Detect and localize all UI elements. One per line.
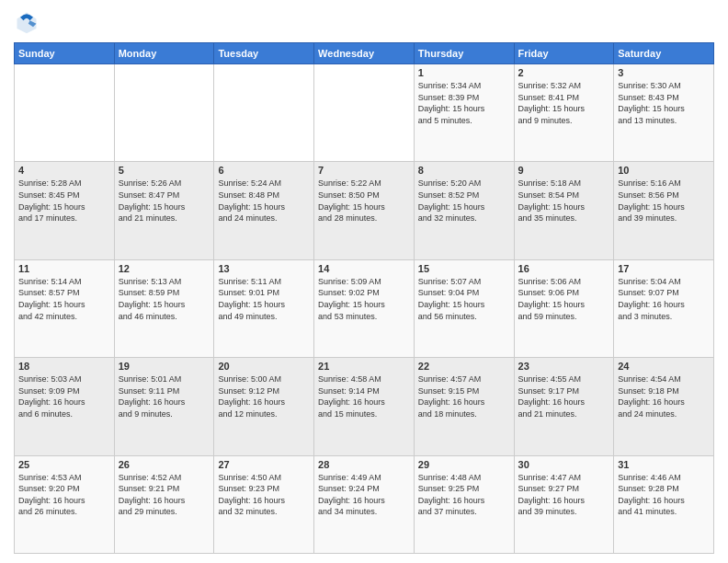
day-number: 10: [618, 165, 710, 176]
day-info: Sunrise: 5:28 AM Sunset: 8:45 PM Dayligh…: [18, 178, 110, 224]
day-number: 25: [18, 459, 110, 470]
calendar-cell: 29Sunrise: 4:48 AM Sunset: 9:25 PM Dayli…: [414, 455, 514, 553]
calendar-cell: 4Sunrise: 5:28 AM Sunset: 8:45 PM Daylig…: [15, 162, 115, 259]
day-info: Sunrise: 5:09 AM Sunset: 9:02 PM Dayligh…: [318, 276, 410, 322]
calendar-cell: 1Sunrise: 5:34 AM Sunset: 8:39 PM Daylig…: [414, 64, 514, 162]
day-number: 19: [119, 361, 210, 372]
calendar-cell: 11Sunrise: 5:14 AM Sunset: 8:57 PM Dayli…: [15, 259, 115, 357]
day-number: 6: [218, 165, 310, 176]
calendar-cell: 6Sunrise: 5:24 AM Sunset: 8:48 PM Daylig…: [214, 162, 314, 259]
calendar-cell: 5Sunrise: 5:26 AM Sunset: 8:47 PM Daylig…: [114, 162, 214, 259]
day-info: Sunrise: 5:16 AM Sunset: 8:56 PM Dayligh…: [618, 178, 710, 224]
calendar-cell: 24Sunrise: 4:54 AM Sunset: 9:18 PM Dayli…: [614, 358, 714, 455]
calendar-cell: [114, 64, 214, 162]
calendar-cell: 12Sunrise: 5:13 AM Sunset: 8:59 PM Dayli…: [114, 259, 214, 357]
day-number: 5: [119, 165, 210, 176]
calendar-cell: 28Sunrise: 4:49 AM Sunset: 9:24 PM Dayli…: [314, 455, 415, 553]
calendar-cell: 15Sunrise: 5:07 AM Sunset: 9:04 PM Dayli…: [414, 259, 514, 357]
day-info: Sunrise: 5:30 AM Sunset: 8:43 PM Dayligh…: [618, 80, 710, 126]
day-info: Sunrise: 5:18 AM Sunset: 8:54 PM Dayligh…: [518, 178, 610, 224]
page: SundayMondayTuesdayWednesdayThursdayFrid…: [0, 0, 728, 563]
logo-icon: [14, 9, 40, 35]
day-number: 11: [18, 263, 110, 274]
day-number: 30: [518, 459, 610, 470]
day-number: 28: [318, 459, 410, 470]
calendar-cell: 21Sunrise: 4:58 AM Sunset: 9:14 PM Dayli…: [314, 358, 415, 455]
day-info: Sunrise: 4:57 AM Sunset: 9:15 PM Dayligh…: [418, 373, 510, 419]
calendar-cell: 17Sunrise: 5:04 AM Sunset: 9:07 PM Dayli…: [614, 259, 714, 357]
calendar-cell: 26Sunrise: 4:52 AM Sunset: 9:21 PM Dayli…: [114, 455, 214, 553]
day-info: Sunrise: 4:48 AM Sunset: 9:25 PM Dayligh…: [418, 472, 510, 518]
day-info: Sunrise: 5:11 AM Sunset: 9:01 PM Dayligh…: [218, 276, 310, 322]
calendar-cell: 22Sunrise: 4:57 AM Sunset: 9:15 PM Dayli…: [414, 358, 514, 455]
calendar-cell: 16Sunrise: 5:06 AM Sunset: 9:06 PM Dayli…: [514, 259, 614, 357]
day-number: 2: [518, 67, 610, 78]
calendar-cell: 7Sunrise: 5:22 AM Sunset: 8:50 PM Daylig…: [314, 162, 415, 259]
calendar-cell: 14Sunrise: 5:09 AM Sunset: 9:02 PM Dayli…: [314, 259, 415, 357]
weekday-header-tuesday: Tuesday: [214, 43, 314, 64]
day-info: Sunrise: 4:54 AM Sunset: 9:18 PM Dayligh…: [618, 373, 710, 419]
day-info: Sunrise: 5:04 AM Sunset: 9:07 PM Dayligh…: [618, 276, 710, 322]
day-number: 31: [618, 459, 710, 470]
day-info: Sunrise: 5:03 AM Sunset: 9:09 PM Dayligh…: [18, 373, 110, 419]
day-info: Sunrise: 5:14 AM Sunset: 8:57 PM Dayligh…: [18, 276, 110, 322]
day-number: 23: [518, 361, 610, 372]
day-number: 21: [318, 361, 410, 372]
day-number: 9: [518, 165, 610, 176]
day-number: 12: [119, 263, 210, 274]
day-info: Sunrise: 4:52 AM Sunset: 9:21 PM Dayligh…: [119, 472, 210, 518]
calendar-cell: 31Sunrise: 4:46 AM Sunset: 9:28 PM Dayli…: [614, 455, 714, 553]
weekday-header-wednesday: Wednesday: [314, 43, 415, 64]
day-info: Sunrise: 4:49 AM Sunset: 9:24 PM Dayligh…: [318, 472, 410, 518]
calendar-cell: 25Sunrise: 4:53 AM Sunset: 9:20 PM Dayli…: [15, 455, 115, 553]
calendar-cell: 9Sunrise: 5:18 AM Sunset: 8:54 PM Daylig…: [514, 162, 614, 259]
day-number: 29: [418, 459, 510, 470]
day-info: Sunrise: 4:46 AM Sunset: 9:28 PM Dayligh…: [618, 472, 710, 518]
weekday-header-saturday: Saturday: [614, 43, 714, 64]
day-number: 3: [618, 67, 710, 78]
day-info: Sunrise: 5:34 AM Sunset: 8:39 PM Dayligh…: [418, 80, 510, 126]
calendar-table: SundayMondayTuesdayWednesdayThursdayFrid…: [14, 42, 714, 554]
day-info: Sunrise: 4:50 AM Sunset: 9:23 PM Dayligh…: [218, 472, 310, 518]
calendar-cell: [15, 64, 115, 162]
day-number: 18: [18, 361, 110, 372]
day-info: Sunrise: 5:13 AM Sunset: 8:59 PM Dayligh…: [119, 276, 210, 322]
day-number: 17: [618, 263, 710, 274]
day-number: 24: [618, 361, 710, 372]
calendar-cell: 19Sunrise: 5:01 AM Sunset: 9:11 PM Dayli…: [114, 358, 214, 455]
day-info: Sunrise: 5:07 AM Sunset: 9:04 PM Dayligh…: [418, 276, 510, 322]
day-number: 8: [418, 165, 510, 176]
calendar-cell: [214, 64, 314, 162]
calendar-cell: [314, 64, 415, 162]
weekday-header-monday: Monday: [114, 43, 214, 64]
calendar-cell: 20Sunrise: 5:00 AM Sunset: 9:12 PM Dayli…: [214, 358, 314, 455]
day-info: Sunrise: 5:24 AM Sunset: 8:48 PM Dayligh…: [218, 178, 310, 224]
day-info: Sunrise: 5:22 AM Sunset: 8:50 PM Dayligh…: [318, 178, 410, 224]
header: [14, 9, 714, 35]
day-number: 4: [18, 165, 110, 176]
day-number: 22: [418, 361, 510, 372]
calendar-cell: 8Sunrise: 5:20 AM Sunset: 8:52 PM Daylig…: [414, 162, 514, 259]
day-number: 1: [418, 67, 510, 78]
day-info: Sunrise: 5:20 AM Sunset: 8:52 PM Dayligh…: [418, 178, 510, 224]
calendar-cell: 13Sunrise: 5:11 AM Sunset: 9:01 PM Dayli…: [214, 259, 314, 357]
day-info: Sunrise: 5:32 AM Sunset: 8:41 PM Dayligh…: [518, 80, 610, 126]
calendar-cell: 30Sunrise: 4:47 AM Sunset: 9:27 PM Dayli…: [514, 455, 614, 553]
day-number: 7: [318, 165, 410, 176]
calendar-cell: 10Sunrise: 5:16 AM Sunset: 8:56 PM Dayli…: [614, 162, 714, 259]
day-info: Sunrise: 5:06 AM Sunset: 9:06 PM Dayligh…: [518, 276, 610, 322]
day-info: Sunrise: 5:26 AM Sunset: 8:47 PM Dayligh…: [119, 178, 210, 224]
day-number: 13: [218, 263, 310, 274]
weekday-header-sunday: Sunday: [15, 43, 115, 64]
calendar-cell: 2Sunrise: 5:32 AM Sunset: 8:41 PM Daylig…: [514, 64, 614, 162]
day-number: 27: [218, 459, 310, 470]
day-number: 15: [418, 263, 510, 274]
day-info: Sunrise: 4:53 AM Sunset: 9:20 PM Dayligh…: [18, 472, 110, 518]
day-number: 26: [119, 459, 210, 470]
day-number: 20: [218, 361, 310, 372]
calendar-cell: 3Sunrise: 5:30 AM Sunset: 8:43 PM Daylig…: [614, 64, 714, 162]
calendar-cell: 23Sunrise: 4:55 AM Sunset: 9:17 PM Dayli…: [514, 358, 614, 455]
day-info: Sunrise: 4:58 AM Sunset: 9:14 PM Dayligh…: [318, 373, 410, 419]
day-number: 16: [518, 263, 610, 274]
day-number: 14: [318, 263, 410, 274]
